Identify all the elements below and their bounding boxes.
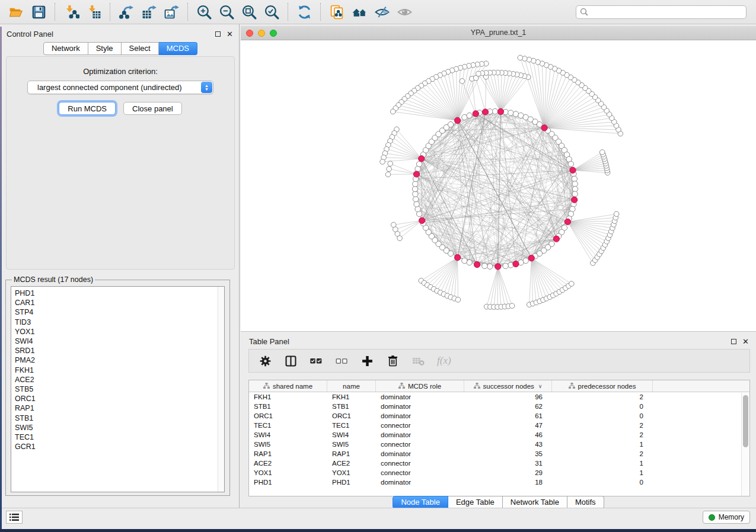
mcds-hub-node[interactable]: [419, 156, 425, 162]
delete-icon[interactable]: [386, 354, 400, 368]
network-node[interactable]: [416, 161, 422, 166]
network-node[interactable]: [482, 263, 487, 268]
mcds-result-list[interactable]: PHD1CAR1STP4TID3YOX1SWI4SRD1PMA2FKH1ACE2…: [11, 286, 225, 492]
add-column-icon[interactable]: [361, 354, 374, 368]
network-node[interactable]: [572, 191, 578, 197]
network-node[interactable]: [614, 211, 619, 217]
zoom-selected-button[interactable]: [260, 2, 283, 22]
column-header-shared_name[interactable]: shared name: [249, 380, 327, 392]
network-node[interactable]: [487, 264, 492, 269]
home-button[interactable]: [348, 2, 371, 22]
float-table-panel-icon[interactable]: [731, 339, 736, 344]
network-node[interactable]: [387, 166, 392, 172]
network-node[interactable]: [397, 236, 403, 241]
mcds-result-item[interactable]: PHD1: [15, 289, 224, 298]
node-table[interactable]: shared namenameMCDS rolesuccessor nodes∨…: [248, 380, 750, 496]
network-window-titlebar[interactable]: YPA_prune.txt_1: [241, 26, 756, 40]
open-file-button[interactable]: [5, 2, 27, 22]
mcds-result-item[interactable]: RAP1: [15, 403, 224, 413]
mcds-hub-node[interactable]: [473, 111, 479, 117]
network-node[interactable]: [503, 263, 508, 268]
mcds-hub-node[interactable]: [413, 171, 419, 177]
network-canvas[interactable]: [241, 40, 756, 332]
close-window-icon[interactable]: [246, 30, 253, 37]
network-node[interactable]: [569, 281, 575, 287]
export-network-button[interactable]: [115, 2, 138, 22]
network-node[interactable]: [455, 297, 461, 303]
minimize-window-icon[interactable]: [258, 30, 265, 37]
table-row[interactable]: TEC1TEC1connector472: [249, 421, 749, 430]
search-input[interactable]: [576, 5, 747, 19]
mcds-hub-node[interactable]: [572, 197, 578, 203]
import-table-button[interactable]: [82, 2, 105, 22]
mcds-result-item[interactable]: GCR1: [15, 442, 224, 451]
table-tab-node-table[interactable]: Node Table: [393, 496, 448, 509]
select-all-icon[interactable]: [310, 354, 323, 368]
table-tab-network-table[interactable]: Network Table: [503, 496, 567, 509]
table-scrollbar[interactable]: [741, 393, 749, 496]
mcds-result-item[interactable]: FKH1: [15, 366, 224, 375]
mcds-hub-node[interactable]: [553, 236, 559, 242]
network-node[interactable]: [415, 206, 420, 211]
table-row[interactable]: SWI4SWI4dominator462: [249, 430, 749, 440]
mcds-result-item[interactable]: TID3: [15, 318, 224, 327]
deselect-all-icon[interactable]: [335, 354, 349, 368]
network-node[interactable]: [599, 150, 605, 155]
table-row[interactable]: STB1STB1dominator620: [249, 402, 749, 411]
mcds-hub-node[interactable]: [528, 255, 534, 261]
gear-icon[interactable]: [259, 354, 272, 368]
table-tab-motifs[interactable]: Motifs: [567, 496, 604, 509]
criterion-dropdown[interactable]: largest connected component (undirected)…: [27, 81, 213, 94]
zoom-in-button[interactable]: [193, 2, 215, 22]
mcds-result-item[interactable]: PMA2: [15, 355, 224, 365]
mcds-hub-node[interactable]: [564, 219, 570, 225]
export-table-button[interactable]: [138, 2, 160, 22]
run-mcds-button[interactable]: Run MCDS: [59, 102, 116, 115]
mcds-result-item[interactable]: SWI4: [15, 336, 224, 346]
table-row[interactable]: YOX1YOX1connector291: [249, 468, 749, 477]
mcds-hub-node[interactable]: [474, 262, 480, 268]
network-node[interactable]: [388, 161, 393, 166]
network-node[interactable]: [513, 111, 518, 117]
table-row[interactable]: PHD1PHD1dominator180: [249, 477, 749, 487]
network-node[interactable]: [412, 186, 417, 191]
network-node[interactable]: [414, 201, 419, 207]
import-network-button[interactable]: [60, 2, 82, 22]
network-node[interactable]: [572, 186, 578, 191]
network-graph[interactable]: [241, 40, 756, 332]
close-table-panel-icon[interactable]: ✕: [742, 339, 749, 344]
bird-eye-button[interactable]: [393, 2, 416, 22]
tab-select[interactable]: Select: [122, 42, 159, 55]
mcds-result-item[interactable]: SWI5: [15, 423, 224, 432]
table-row[interactable]: RAP1RAP1dominator352: [249, 449, 749, 459]
mcds-result-item[interactable]: CAR1: [15, 298, 224, 307]
table-row[interactable]: ACE2ACE2connector311: [249, 459, 749, 468]
network-node[interactable]: [413, 191, 418, 197]
network-node[interactable]: [460, 79, 465, 84]
network-node[interactable]: [572, 176, 577, 181]
mcds-hub-node[interactable]: [482, 109, 488, 115]
mcds-hub-node[interactable]: [570, 167, 576, 173]
close-panel-button[interactable]: Close panel: [123, 102, 182, 115]
network-node[interactable]: [568, 161, 573, 166]
mcds-result-item[interactable]: SRD1: [15, 346, 224, 355]
mcds-hub-node[interactable]: [495, 264, 501, 270]
network-node[interactable]: [492, 108, 497, 114]
table-tab-edge-table[interactable]: Edge Table: [448, 496, 503, 509]
mcds-hub-node[interactable]: [419, 217, 425, 223]
network-node[interactable]: [413, 181, 418, 187]
network-node[interactable]: [467, 113, 472, 118]
refresh-button[interactable]: [293, 2, 315, 22]
column-header-mcds_role[interactable]: MCDS role: [376, 380, 464, 392]
network-node[interactable]: [572, 181, 578, 187]
mcds-hub-node[interactable]: [455, 117, 461, 123]
mcds-result-item[interactable]: STB1: [15, 414, 224, 423]
mcds-hub-node[interactable]: [541, 125, 547, 131]
column-header-successor_nodes[interactable]: successor nodes∨: [464, 380, 552, 392]
network-node[interactable]: [476, 71, 481, 76]
mcds-list-scrollbar[interactable]: [218, 287, 224, 492]
column-header-predecessor_nodes[interactable]: predecessor nodes: [552, 380, 653, 392]
export-image-button[interactable]: [160, 2, 183, 22]
mcds-hub-node[interactable]: [513, 261, 519, 267]
float-panel-icon[interactable]: [215, 31, 221, 37]
